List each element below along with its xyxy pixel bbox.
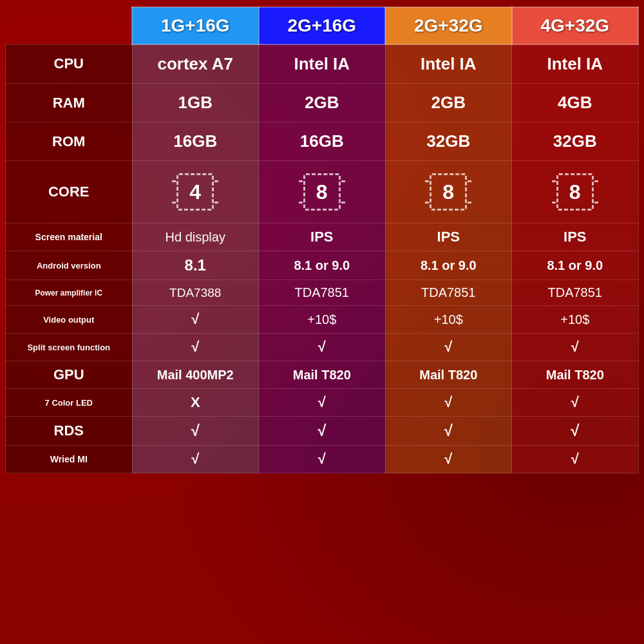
gpu-label: GPU <box>6 361 133 389</box>
core-row: CORE 4 8 <box>6 161 639 223</box>
wried-col3: √ <box>385 446 512 473</box>
screen-col3: IPS <box>385 223 512 251</box>
ram-col2: 2GB <box>259 84 386 122</box>
col2-header: 2G+16G <box>259 7 386 44</box>
video-label: Video output <box>6 306 133 334</box>
core-label: CORE <box>6 161 133 223</box>
core-icon-col1: 4 <box>176 173 214 211</box>
wried-col2: √ <box>259 446 386 473</box>
gpu-col4: Mail T820 <box>512 361 639 389</box>
gpu-col2: Mail T820 <box>259 361 386 389</box>
split-label: Split screen function <box>6 334 133 361</box>
split-col2: √ <box>259 334 386 361</box>
rom-col3: 32GB <box>385 122 512 161</box>
core-col3: 8 <box>385 161 512 223</box>
ram-col4: 4GB <box>512 84 639 122</box>
screen-row: Screen material Hd display IPS IPS IPS <box>6 223 639 251</box>
led-col2: √ <box>259 389 386 417</box>
core-icon-col2: 8 <box>303 173 341 211</box>
cpu-col2: Intel IA <box>259 44 386 84</box>
cpu-col3: Intel IA <box>385 44 512 84</box>
wried-col4: √ <box>512 446 639 473</box>
core-col4: 8 <box>512 161 639 223</box>
rds-row: RDS √ √ √ √ <box>6 417 639 446</box>
power-label: Power amplifier IC <box>6 280 133 306</box>
rom-col2: 16GB <box>259 122 386 161</box>
android-col1: 8.1 <box>132 251 259 280</box>
rom-col4: 32GB <box>512 122 639 161</box>
screen-label: Screen material <box>6 223 133 251</box>
gpu-row: GPU Mail 400MP2 Mail T820 Mail T820 Mail… <box>6 361 639 389</box>
led-col1: X <box>132 389 259 417</box>
core-col2: 8 <box>259 161 386 223</box>
cpu-label: CPU <box>6 44 133 84</box>
screen-col1: Hd display <box>132 223 259 251</box>
android-col3: 8.1 or 9.0 <box>385 251 512 280</box>
header-row: 1G+16G 2G+16G 2G+32G 4G+32G <box>6 7 639 44</box>
header-label <box>6 7 133 44</box>
rom-row: ROM 16GB 16GB 32GB 32GB <box>6 122 639 161</box>
ram-row: RAM 1GB 2GB 2GB 4GB <box>6 84 639 122</box>
split-col3: √ <box>385 334 512 361</box>
rom-label: ROM <box>6 122 133 161</box>
video-col1: √ <box>132 306 259 334</box>
split-col4: √ <box>512 334 639 361</box>
ram-label: RAM <box>6 84 133 122</box>
cpu-col4: Intel IA <box>512 44 639 84</box>
power-col4: TDA7851 <box>512 280 639 306</box>
led-col4: √ <box>512 389 639 417</box>
wried-row: Wried MI √ √ √ √ <box>6 446 639 473</box>
core-icon-col4: 8 <box>556 173 594 211</box>
led-label: 7 Color LED <box>6 389 133 417</box>
power-col1: TDA7388 <box>132 280 259 306</box>
rds-col4: √ <box>512 417 639 446</box>
col3-header: 2G+32G <box>385 7 512 44</box>
col4-header: 4G+32G <box>512 7 639 44</box>
screen-col2: IPS <box>259 223 386 251</box>
split-col1: √ <box>132 334 259 361</box>
comparison-table: 1G+16G 2G+16G 2G+32G 4G+32G CPU cortex A… <box>5 6 639 638</box>
gpu-col3: Mail T820 <box>385 361 512 389</box>
col1-header: 1G+16G <box>132 7 259 44</box>
video-col3: +10$ <box>385 306 512 334</box>
video-col4: +10$ <box>512 306 639 334</box>
power-col3: TDA7851 <box>385 280 512 306</box>
android-row: Android version 8.1 8.1 or 9.0 8.1 or 9.… <box>6 251 639 280</box>
rds-col1: √ <box>132 417 259 446</box>
power-row: Power amplifier IC TDA7388 TDA7851 TDA78… <box>6 280 639 306</box>
gpu-col1: Mail 400MP2 <box>132 361 259 389</box>
screen-col4: IPS <box>512 223 639 251</box>
android-label: Android version <box>6 251 133 280</box>
android-col4: 8.1 or 9.0 <box>512 251 639 280</box>
rds-col2: √ <box>259 417 386 446</box>
power-col2: TDA7851 <box>259 280 386 306</box>
core-icon-col3: 8 <box>430 173 467 211</box>
video-col2: +10$ <box>259 306 386 334</box>
cpu-col1: cortex A7 <box>132 44 259 84</box>
led-col3: √ <box>385 389 512 417</box>
video-row: Video output √ +10$ +10$ +10$ <box>6 306 639 334</box>
core-col1: 4 <box>132 161 259 223</box>
led-row: 7 Color LED X √ √ √ <box>6 389 639 417</box>
split-row: Split screen function √ √ √ √ <box>6 334 639 361</box>
ram-col3: 2GB <box>385 84 512 122</box>
wried-label: Wried MI <box>6 446 133 473</box>
ram-col1: 1GB <box>132 84 259 122</box>
rom-col1: 16GB <box>132 122 259 161</box>
rds-col3: √ <box>385 417 512 446</box>
rds-label: RDS <box>6 417 133 446</box>
cpu-row: CPU cortex A7 Intel IA Intel IA Intel IA <box>6 44 639 84</box>
android-col2: 8.1 or 9.0 <box>259 251 386 280</box>
wried-col1: √ <box>132 446 259 473</box>
